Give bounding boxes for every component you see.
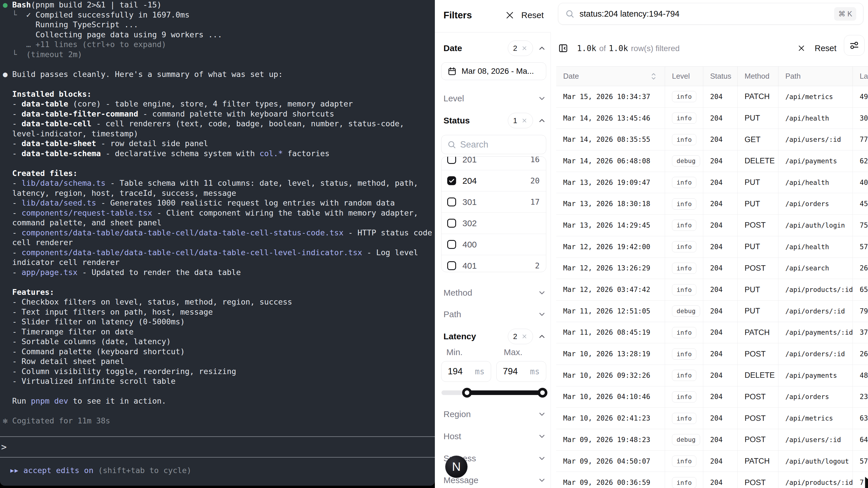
close-icon[interactable] [505, 10, 515, 20]
terminal-line: - lib/data/schema.ts - Table schema with… [3, 178, 432, 188]
terminal-line: - data-table-cell - cell renderers (text… [3, 119, 432, 129]
filter-section-path[interactable]: Path [443, 305, 546, 324]
latency-max-input[interactable]: 794 ms [496, 361, 546, 382]
chevron-down-icon[interactable] [538, 310, 546, 318]
cell-path: /api/products/:id [778, 279, 853, 300]
view-options-button[interactable] [844, 35, 865, 56]
chevron-up-icon[interactable] [538, 44, 546, 53]
table-row[interactable]: Mar 10, 2026 02:41:23info204POST/api/met… [556, 408, 868, 429]
filter-section-method[interactable]: Method [443, 284, 546, 302]
checkbox-icon[interactable] [447, 219, 456, 227]
filter-section-level[interactable]: Level [443, 89, 546, 108]
clear-filter-icon[interactable] [521, 45, 528, 51]
column-header-level[interactable]: Level [665, 67, 703, 86]
checkbox-icon[interactable] [447, 261, 456, 270]
filter-badge[interactable]: 2 [508, 40, 533, 56]
table-row[interactable]: Mar 13, 2026 14:29:45info204POST/api/aut… [556, 215, 868, 236]
terminal-divider [0, 436, 435, 437]
table-row[interactable]: Mar 15, 2026 10:34:37info204PATCH/api/me… [556, 86, 868, 108]
column-header-date[interactable]: Date [556, 67, 665, 86]
filter-section-date[interactable]: Date 2 [443, 39, 546, 57]
cell-date: Mar 15, 2026 10:34:37 [556, 86, 665, 108]
checkbox-icon[interactable] [447, 197, 456, 206]
clear-filter-icon[interactable] [521, 333, 528, 340]
slider-handle-min[interactable] [462, 388, 472, 398]
sort-icon[interactable] [650, 72, 657, 81]
filter-badge[interactable]: 2 [508, 329, 533, 344]
terminal-line: latency, region, host, traceId, success,… [3, 188, 432, 199]
terminal-pane: ● Bash(pnpm build 2>&1 | tail -15) └ ✓ C… [0, 0, 435, 486]
status-option[interactable]: 20116 [441, 156, 546, 170]
table-row[interactable]: Mar 14, 2026 08:35:55info204GET/api/user… [556, 129, 868, 150]
clear-filters-icon[interactable] [797, 43, 806, 53]
status-search-input[interactable]: Search [441, 135, 546, 154]
filter-section-host[interactable]: Host [443, 427, 546, 446]
column-header-path[interactable]: Path [778, 67, 853, 86]
table-row[interactable]: Mar 09, 2026 00:36:59info204POST/api/pro… [556, 472, 868, 488]
slider-handle-max[interactable] [538, 388, 547, 398]
chevron-down-icon[interactable] [538, 476, 546, 485]
cell-method: PATCH [738, 322, 778, 343]
filter-section-region[interactable]: Region [443, 405, 546, 423]
table-row[interactable]: Mar 14, 2026 06:48:08debug204DELETE/api/… [556, 150, 868, 172]
command-search-input[interactable]: status:204 latency:194-794 ⌘ K [558, 3, 863, 25]
table-row[interactable]: Mar 13, 2026 19:09:47info204PUT/api/heal… [556, 172, 868, 193]
terminal-prompt[interactable]: > [1, 441, 7, 452]
checkbox-checked-icon[interactable] [447, 176, 456, 185]
search-placeholder: Search [460, 140, 488, 150]
table-row[interactable]: Mar 10, 2026 04:10:46info204POST/api/ord… [556, 386, 868, 408]
chevron-down-icon[interactable] [538, 94, 546, 103]
status-option-value: 400 [462, 240, 477, 249]
table-row[interactable]: Mar 10, 2026 09:32:26info204DELETE/api/p… [556, 365, 868, 386]
latency-min-value: 194 [448, 366, 463, 377]
checkbox-icon[interactable] [447, 240, 456, 249]
status-option[interactable]: 400 [441, 234, 546, 255]
table-row[interactable]: Mar 10, 2026 13:28:19info204POST/api/ord… [556, 343, 868, 365]
chevron-down-icon[interactable] [538, 288, 546, 297]
filters-reset-button[interactable]: Reset [521, 10, 544, 20]
table-row[interactable]: Mar 14, 2026 13:45:46info204PUT/api/heal… [556, 108, 868, 129]
latency-min-input[interactable]: 194 ms [441, 361, 491, 382]
chevron-down-icon[interactable] [538, 432, 546, 440]
status-option[interactable]: 30117 [441, 191, 546, 213]
table-row[interactable]: Mar 12, 2026 19:42:00info204PUT/api/heal… [556, 236, 868, 258]
column-header-latency[interactable]: Latency [853, 67, 868, 86]
toolbar-reset-button[interactable]: Reset [815, 43, 836, 53]
status-option-value: 204 [462, 176, 477, 186]
date-range-button[interactable]: Mar 08, 2026 - Ma... [441, 62, 546, 80]
level-badge: info [672, 220, 696, 231]
column-header-status[interactable]: Status [703, 67, 738, 86]
column-header-method[interactable]: Method [738, 67, 778, 86]
clear-filter-icon[interactable] [521, 117, 528, 124]
latency-slider[interactable] [441, 385, 546, 401]
level-badge: info [672, 134, 696, 145]
cell-status: 204 [703, 86, 738, 108]
cell-status: 204 [703, 108, 738, 129]
status-option-list[interactable]: 2011620420301173024004012 [441, 156, 546, 272]
cell-method: PATCH [738, 86, 778, 108]
table-row[interactable]: Mar 12, 2026 03:47:42info204PUT/api/prod… [556, 279, 868, 301]
status-option[interactable]: 302 [441, 213, 546, 234]
chevron-up-icon[interactable] [538, 332, 546, 341]
level-badge: debug [672, 305, 700, 316]
checkbox-icon[interactable] [447, 156, 456, 164]
table-row[interactable]: Mar 11, 2026 08:45:19info204PATCH/api/pa… [556, 322, 868, 344]
terminal-line: ● Bash(pnpm build 2>&1 | tail -15) [3, 0, 432, 10]
table-row[interactable]: Mar 12, 2026 13:26:29info204POST/api/sea… [556, 258, 868, 279]
filter-section-status[interactable]: Status 1 [443, 111, 546, 130]
cell-date: Mar 10, 2026 13:28:19 [556, 343, 665, 365]
chevron-down-icon[interactable] [538, 454, 546, 463]
cell-date: Mar 14, 2026 13:45:46 [556, 108, 665, 129]
panel-collapse-icon[interactable] [558, 43, 568, 53]
status-option[interactable]: 20420 [441, 170, 546, 191]
table-row[interactable]: Mar 13, 2026 18:30:18info204PUT/api/orde… [556, 193, 868, 215]
filter-badge[interactable]: 1 [508, 113, 533, 128]
filter-section-latency[interactable]: Latency 2 [443, 327, 546, 346]
table-row[interactable]: Mar 09, 2026 04:50:07info204PATCH/api/au… [556, 451, 868, 472]
chevron-up-icon[interactable] [538, 116, 546, 125]
table-row[interactable]: Mar 09, 2026 19:48:23debug204POST/api/us… [556, 429, 868, 451]
status-option[interactable]: 4012 [441, 255, 546, 272]
chevron-down-icon[interactable] [538, 410, 546, 419]
table-row[interactable]: Mar 11, 2026 12:51:05debug204PUT/api/ord… [556, 301, 868, 322]
nextjs-devtools-button[interactable]: N [445, 456, 468, 478]
